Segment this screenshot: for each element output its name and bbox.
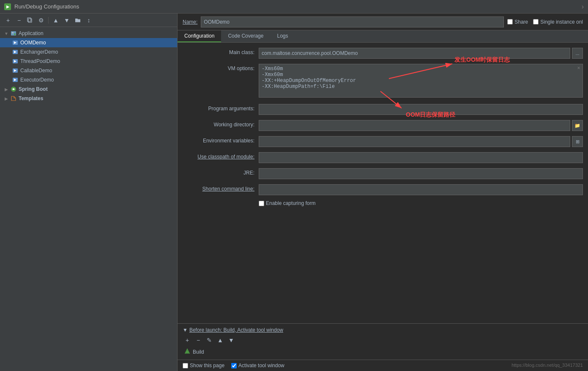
config-content: Main class: ... VM options: -Xms60m -Xmx… (178, 43, 588, 323)
svg-point-4 (14, 33, 16, 35)
vm-collapse-button[interactable]: × (575, 65, 582, 71)
enable-capturing-checkbox[interactable] (259, 201, 264, 206)
tree-item-exchangerdemo[interactable]: ExchangerDemo (0, 47, 177, 57)
env-vars-value: ⊞ (259, 136, 583, 147)
tabs: Configuration Code Coverage Logs (178, 30, 588, 43)
watermark: https://blog.csdn.net/qq_33417321 (511, 363, 583, 368)
working-dir-row: Working directory: 📁 (183, 120, 583, 131)
callabledemo-label: CallableDemo (20, 68, 52, 74)
jre-label: JRE: (183, 168, 259, 176)
executordemo-label: ExecutorDemo (20, 77, 54, 83)
share-checkbox[interactable] (507, 19, 513, 25)
main-class-browse-button[interactable]: ... (572, 48, 583, 59)
env-vars-input[interactable] (259, 136, 570, 147)
vm-options-textarea[interactable]: -Xms60m -Xmx60m -XX:+HeapDumpOnOutOfMemo… (259, 64, 583, 98)
classpath-row: Use classpath of module: (183, 152, 583, 163)
main-class-label: Main class: (183, 48, 259, 55)
classpath-value (259, 152, 583, 163)
tab-configuration[interactable]: Configuration (178, 30, 221, 42)
name-input[interactable] (201, 16, 504, 27)
before-launch-expand-arrow[interactable]: ▼ (183, 327, 188, 333)
before-launch-edit-button[interactable]: ✎ (205, 336, 214, 345)
vm-options-label: VM options: (183, 64, 259, 71)
application-icon (10, 30, 17, 37)
classpath-input[interactable] (259, 152, 583, 163)
env-vars-row: Environment variables: ⊞ (183, 136, 583, 147)
settings-config-button[interactable]: ⚙ (36, 16, 46, 25)
before-launch-add-button[interactable]: + (183, 336, 192, 345)
add-config-button[interactable]: + (3, 16, 13, 25)
before-launch-section: ▼ Before launch: Build, Activate tool wi… (178, 323, 588, 360)
run-icon (12, 39, 19, 46)
program-args-input[interactable] (259, 104, 583, 115)
main-class-value: ... (259, 48, 583, 59)
sort-button[interactable]: ↕ (84, 16, 93, 25)
name-label: Name: (183, 19, 197, 25)
enable-capturing-checkbox-item: Enable capturing form (259, 200, 583, 206)
tree-item-threadpooldemo[interactable]: ThreadPoolDemo (0, 57, 177, 66)
tree-application-group[interactable]: ▼ Application (0, 29, 177, 38)
enable-capturing-label: Enable capturing form (266, 200, 315, 206)
svg-rect-3 (12, 32, 14, 33)
share-area: Share Single instance onl (507, 19, 583, 25)
before-launch-up-button[interactable]: ▲ (216, 336, 225, 345)
main-layout: + − ⚙ ▲ ▼ ↕ ▼ (0, 14, 588, 371)
single-instance-checkbox-item: Single instance onl (533, 19, 583, 25)
single-instance-label: Single instance onl (540, 19, 583, 25)
springboot-expand-arrow: ▶ (3, 86, 9, 92)
build-label: Build (193, 349, 204, 355)
main-class-input[interactable] (259, 48, 570, 59)
jre-input[interactable] (259, 168, 583, 179)
copy-config-button[interactable] (25, 16, 35, 25)
show-page-checkbox[interactable] (183, 363, 188, 368)
templates-icon (10, 95, 17, 102)
shorten-cmd-input[interactable] (259, 184, 583, 195)
tree-springboot-group[interactable]: ▶ Spring Boot (0, 85, 177, 94)
shorten-cmd-row: Shorten command line: (183, 184, 583, 195)
activate-tool-checkbox-item: Activate tool window (231, 363, 284, 368)
tree-templates-group[interactable]: ▶ Templates (0, 94, 177, 103)
enable-capturing-row: Enable capturing form (183, 200, 583, 206)
share-checkbox-item: Share (507, 19, 528, 25)
env-vars-label: Environment variables: (183, 136, 259, 144)
vm-options-row: VM options: -Xms60m -Xmx60m -XX:+HeapDum… (183, 64, 583, 99)
tab-coverage[interactable]: Code Coverage (221, 30, 270, 42)
show-page-label: Show this page (190, 363, 224, 368)
before-launch-header: ▼ Before launch: Build, Activate tool wi… (183, 327, 583, 333)
run-icon-3 (12, 58, 19, 65)
right-panel: Name: Share Single instance onl Configur… (178, 14, 588, 371)
title-bar-text: Run/Debug Configurations (14, 3, 79, 10)
program-args-label: Program arguments: (183, 104, 259, 112)
working-dir-browse-button[interactable]: 📁 (572, 120, 583, 131)
folder-button[interactable] (73, 16, 82, 25)
tree-item-callabledemo[interactable]: CallableDemo (0, 66, 177, 75)
run-icon-4 (12, 67, 19, 74)
sidebar: + − ⚙ ▲ ▼ ↕ ▼ (0, 14, 178, 371)
tree-item-oomdemo[interactable]: OOMDemo (0, 38, 177, 47)
threadpooldemo-label: ThreadPoolDemo (20, 58, 60, 64)
before-launch-down-button[interactable]: ▼ (227, 336, 236, 345)
single-instance-checkbox[interactable] (533, 19, 539, 25)
remove-config-button[interactable]: − (14, 16, 24, 25)
jre-value (259, 168, 583, 179)
tree-item-executordemo[interactable]: ExecutorDemo (0, 75, 177, 85)
working-dir-input[interactable] (259, 120, 570, 131)
tab-logs[interactable]: Logs (270, 30, 295, 42)
move-up-button[interactable]: ▲ (51, 16, 60, 25)
env-vars-browse-button[interactable]: ⊞ (572, 136, 583, 147)
templates-label: Templates (19, 95, 43, 101)
run-icon-2 (12, 49, 19, 55)
activate-tool-checkbox[interactable] (231, 363, 237, 368)
close-icon[interactable]: › (582, 3, 584, 11)
before-launch-remove-button[interactable]: − (194, 336, 203, 345)
name-bar: Name: Share Single instance onl (178, 14, 588, 30)
sidebar-tree: ▼ Application OOM (0, 27, 177, 371)
working-dir-label: Working directory: (183, 120, 259, 128)
classpath-label: Use classpath of module: (183, 152, 259, 160)
move-down-button[interactable]: ▼ (62, 16, 71, 25)
exchangerdemo-label: ExchangerDemo (20, 49, 58, 55)
application-label: Application (19, 30, 44, 36)
oomdemo-label: OOMDemo (20, 40, 46, 46)
program-args-row: Program arguments: (183, 104, 583, 115)
build-item: Build (183, 347, 583, 356)
